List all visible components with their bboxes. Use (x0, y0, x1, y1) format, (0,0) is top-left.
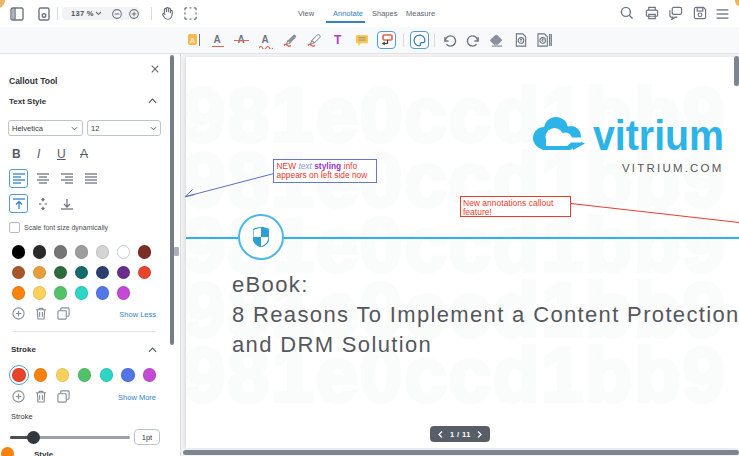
svg-text:vitrium: vitrium (593, 114, 724, 154)
